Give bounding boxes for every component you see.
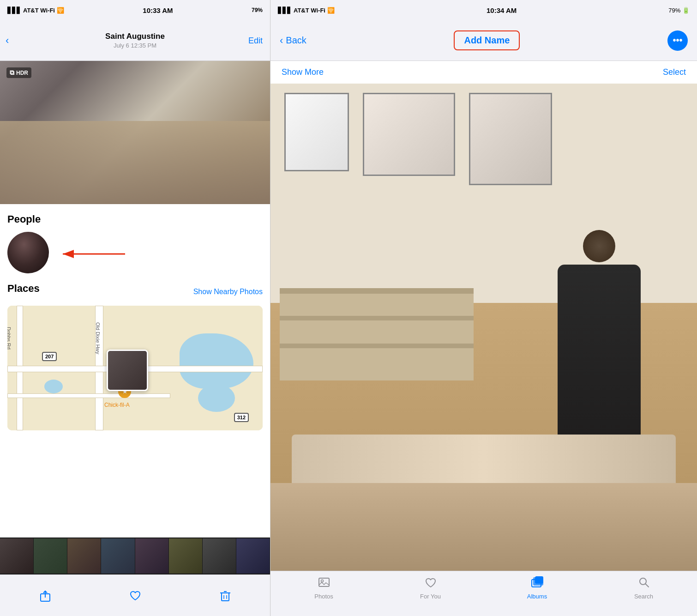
- right-toolbar: Show More Select: [270, 61, 697, 84]
- back-chevron-icon: ‹: [6, 35, 9, 47]
- left-panel: ▋▋▋ AT&T Wi-Fi 🛜 10:33 AM 79% ‹ Saint Au…: [0, 0, 270, 616]
- albums-tab-icon: [531, 576, 544, 591]
- right-panel: ▋▋▋ AT&T Wi-Fi 🛜 10:34 AM 79% 🔋 ‹ Back A…: [270, 0, 697, 616]
- shelf-mid: [280, 316, 474, 320]
- svg-rect-13: [535, 577, 543, 583]
- hdr-label: HDR: [16, 70, 28, 76]
- left-time: 10:33 AM: [143, 6, 173, 14]
- map-container[interactable]: Old Dixie Hwy Dobbs Rd 207 312 ★ Chick-f…: [7, 306, 263, 430]
- thumb-3[interactable]: [67, 538, 101, 574]
- svg-line-15: [645, 584, 649, 587]
- thumb-4[interactable]: [101, 538, 135, 574]
- back-label: Back: [286, 35, 306, 46]
- ellipsis-icon: •••: [673, 35, 682, 46]
- thumb-1[interactable]: [0, 538, 34, 574]
- add-name-button[interactable]: Add Name: [454, 30, 520, 50]
- thumb-6[interactable]: [169, 538, 203, 574]
- left-battery: 79%: [252, 7, 263, 13]
- artwork-frame-2: [363, 93, 455, 176]
- right-nav-bar: ‹ Back Add Name •••: [270, 20, 697, 61]
- select-button[interactable]: Select: [663, 67, 686, 77]
- right-wifi-icon: 🛜: [327, 7, 335, 14]
- right-carrier-label: AT&T Wi-Fi: [294, 7, 325, 14]
- right-battery: 79% 🔋: [668, 7, 690, 14]
- svg-rect-9: [319, 578, 329, 586]
- page-title: Saint Augustine: [105, 32, 165, 41]
- right-main-photo: [270, 84, 697, 571]
- right-signal-icon: ▋▋▋: [278, 7, 292, 14]
- map-photo-thumb: [107, 350, 148, 391]
- artwork-frame-3: [469, 93, 552, 185]
- thumb-2[interactable]: [34, 538, 67, 574]
- treatment-table: [270, 483, 697, 571]
- tab-bar: Photos For You Albums: [270, 571, 697, 616]
- avatar-image: [7, 232, 49, 273]
- right-time: 10:34 AM: [487, 6, 517, 14]
- favorite-button[interactable]: [129, 589, 142, 602]
- info-section: People Places Sho: [0, 204, 270, 537]
- tab-photos-label: Photos: [314, 593, 333, 600]
- route-badge-312: 312: [234, 413, 249, 422]
- back-button[interactable]: ‹: [6, 35, 9, 47]
- tab-search[interactable]: Search: [590, 576, 697, 600]
- thumb-7[interactable]: [203, 538, 236, 574]
- carrier-label: AT&T Wi-Fi: [23, 7, 55, 14]
- svg-rect-4: [222, 593, 229, 601]
- main-photo: ⧉ HDR: [0, 61, 270, 204]
- left-carrier-info: ▋▋▋ AT&T Wi-Fi 🛜: [7, 7, 64, 14]
- right-status-bar: ▋▋▋ AT&T Wi-Fi 🛜 10:34 AM 79% 🔋: [270, 0, 697, 20]
- thumb-5[interactable]: [135, 538, 169, 574]
- wifi-icon: 🛜: [57, 7, 64, 14]
- left-nav-bar: ‹ Saint Augustine July 6 12:35 PM Edit: [0, 20, 270, 61]
- layers-icon: ⧉: [10, 69, 14, 77]
- map-label-dobbs: Dobbs Rd: [7, 327, 12, 350]
- svg-point-10: [321, 580, 323, 582]
- shelf-low: [280, 344, 474, 348]
- more-options-button[interactable]: •••: [667, 30, 688, 51]
- map-label-dixie: Old Dixie Hwy: [95, 322, 101, 354]
- map-background: Old Dixie Hwy Dobbs Rd 207 312 ★ Chick-f…: [7, 306, 263, 430]
- person-avatar[interactable]: [7, 232, 49, 273]
- map-water-3: [44, 380, 63, 393]
- thumb-8[interactable]: [236, 538, 270, 574]
- signal-icon: ▋▋▋: [7, 7, 21, 14]
- page-subtitle: July 6 12:35 PM: [114, 42, 156, 49]
- tab-for-you[interactable]: For You: [377, 576, 484, 600]
- search-tab-icon: [637, 576, 650, 591]
- artwork-frame-1: [284, 93, 349, 171]
- tab-photos[interactable]: Photos: [270, 576, 377, 600]
- edit-button[interactable]: Edit: [248, 36, 263, 45]
- photo-content: [0, 61, 270, 204]
- salon-background: [270, 84, 697, 571]
- left-action-bar: [0, 574, 270, 616]
- tab-albums-label: Albums: [527, 593, 547, 600]
- route-312-label: 312: [237, 415, 246, 420]
- tab-albums[interactable]: Albums: [484, 576, 590, 600]
- arrow-indicator: [54, 246, 127, 264]
- for-you-tab-icon: [424, 576, 437, 591]
- map-water-2: [198, 384, 235, 412]
- right-carrier-info: ▋▋▋ AT&T Wi-Fi 🛜: [278, 7, 335, 14]
- route-207-label: 207: [45, 354, 54, 359]
- show-more-button[interactable]: Show More: [282, 67, 324, 77]
- tab-for-you-label: For You: [420, 593, 441, 600]
- places-title: Places: [7, 283, 40, 295]
- worker-head: [583, 230, 615, 262]
- hdr-badge: ⧉ HDR: [6, 67, 31, 78]
- thumb-img: [108, 351, 147, 390]
- photos-tab-icon: [318, 576, 330, 591]
- show-nearby-button[interactable]: Show Nearby Photos: [193, 288, 263, 296]
- chick-fil-a-label: Chick-fil-A: [104, 402, 130, 408]
- back-button-right[interactable]: ‹ Back: [280, 35, 306, 47]
- shelf-top: [280, 288, 474, 294]
- thumbnail-strip: [0, 537, 270, 574]
- people-title: People: [7, 213, 263, 225]
- places-header: Places Show Nearby Photos: [7, 283, 263, 301]
- left-status-bar: ▋▋▋ AT&T Wi-Fi 🛜 10:33 AM 79%: [0, 0, 270, 20]
- salon-shelf: [280, 288, 474, 380]
- people-row: [7, 232, 263, 273]
- route-badge-207: 207: [42, 352, 57, 361]
- share-button[interactable]: [39, 589, 52, 602]
- map-road-h2: [7, 393, 170, 398]
- delete-button[interactable]: [219, 589, 232, 602]
